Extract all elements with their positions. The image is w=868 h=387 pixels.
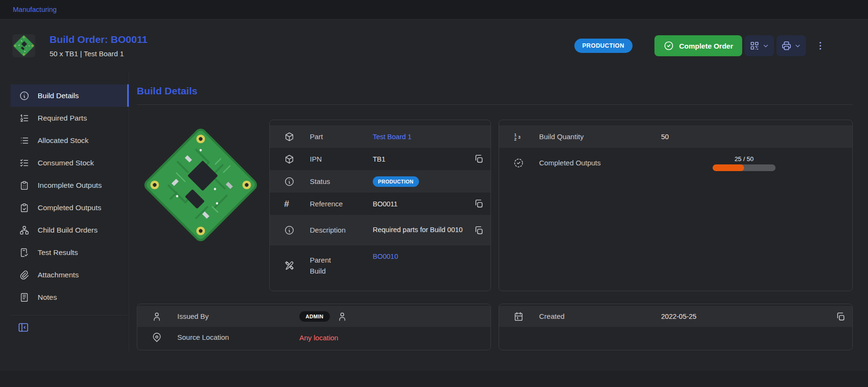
status-badge-small: PRODUCTION (373, 176, 419, 187)
box-icon (284, 154, 310, 164)
table-row: Completed Outputs 25 / 50 (499, 148, 852, 178)
status-badge: PRODUCTION (574, 39, 633, 53)
detail-label: Status (310, 176, 373, 187)
more-actions-button[interactable] (813, 39, 827, 53)
chevron-down-icon (794, 42, 801, 50)
svg-text:2: 2 (514, 136, 517, 141)
calendar-icon (513, 311, 539, 322)
part-thumbnail[interactable] (12, 34, 35, 57)
chevron-down-icon (762, 42, 769, 50)
dots-vertical-icon (815, 41, 826, 51)
sidebar-item-child-build-orders[interactable]: Child Build Orders (10, 219, 129, 241)
table-row: Source Location Any location (137, 327, 490, 348)
sidebar-item-label: Test Results (38, 248, 78, 257)
clipboard-list-icon (19, 180, 30, 191)
sidebar-item-required-parts[interactable]: Required Parts (10, 107, 129, 129)
table-row: Description Required parts for Build 001… (270, 215, 490, 245)
print-actions-button[interactable] (776, 35, 806, 56)
paperclip-icon (19, 270, 30, 280)
copy-button[interactable] (474, 225, 484, 235)
detail-label: Completed Outputs (539, 157, 661, 168)
pcb-thumbnail-image (12, 34, 35, 57)
copy-icon (474, 154, 484, 164)
sidebar-item-notes[interactable]: Notes (10, 286, 129, 308)
clipboard-check-icon (19, 203, 30, 213)
sidebar-item-label: Attachments (38, 271, 79, 279)
detail-label: Issued By (177, 311, 299, 322)
issue-panel: Issued By ADMIN Source Location (137, 304, 491, 350)
info-circle-icon (19, 91, 30, 101)
source-location-value: Any location (299, 334, 338, 342)
sidebar-item-completed-outputs[interactable]: Completed Outputs (10, 196, 129, 219)
page-header: Build Order: BO0011 50 x TB1 | Test Boar… (0, 20, 868, 72)
details-table: Part Test Board 1 IPN TB1 (269, 120, 491, 291)
copy-icon (474, 199, 484, 209)
sidebar-item-attachments[interactable]: Attachments (10, 264, 129, 286)
parent-build-link[interactable]: BO0010 (373, 253, 398, 260)
copy-button[interactable] (836, 312, 846, 322)
detail-label: Parent Build (310, 255, 373, 277)
sidebar-item-allocated-stock[interactable]: Allocated Stock (10, 129, 129, 152)
numbers-123-icon: 123 (513, 132, 539, 142)
breadcrumb-manufacturing[interactable]: Manufacturing (13, 6, 57, 13)
section-divider (137, 104, 853, 105)
qrcode-icon (749, 41, 760, 51)
description-value: Required parts for Build 0010 (373, 221, 463, 239)
circle-check-icon (664, 41, 674, 51)
detail-label: Build Quantity (539, 131, 661, 142)
ipn-value: TB1 (373, 155, 386, 163)
issued-by-badge: ADMIN (299, 311, 330, 322)
info-circle-icon (284, 225, 310, 235)
build-details-section: Part Test Board 1 IPN TB1 (137, 120, 491, 291)
table-row: IPN TB1 (270, 148, 490, 170)
quantity-panel: 123 Build Quantity 50 Completed Outputs (499, 120, 853, 291)
main-panel: Build Details Part (129, 72, 868, 351)
sidebar-item-label: Required Parts (38, 114, 87, 122)
detail-label: IPN (310, 153, 373, 164)
table-row: # Reference BO0011 (270, 193, 490, 215)
title-block: Build Order: BO0011 50 x TB1 | Test Boar… (50, 34, 147, 58)
list-icon (19, 135, 30, 146)
complete-order-button[interactable]: Complete Order (654, 35, 742, 56)
completed-outputs-progress: 25 / 50 (713, 155, 776, 171)
tools-icon (284, 260, 310, 271)
section-heading: Build Details (137, 85, 853, 97)
detail-label: Part (310, 131, 373, 142)
sidebar-item-label: Allocated Stock (38, 136, 89, 145)
panel-left-collapse-icon (18, 322, 29, 333)
progress-check-icon (513, 158, 539, 168)
detail-label: Source Location (177, 332, 299, 343)
copy-icon (474, 225, 484, 235)
hash-icon: # (284, 199, 310, 208)
sidebar-item-test-results[interactable]: Test Results (10, 241, 129, 264)
map-pin-icon (152, 332, 177, 343)
test-report-icon (19, 247, 30, 258)
copy-button[interactable] (474, 199, 484, 209)
progress-track (713, 164, 776, 171)
collapse-sidebar-button[interactable] (18, 322, 30, 333)
build-quantity-value: 50 (661, 133, 669, 141)
breadcrumb: Manufacturing (0, 0, 868, 20)
sidebar-item-build-details[interactable]: Build Details (10, 84, 129, 107)
svg-text:3: 3 (518, 134, 521, 139)
user-icon (152, 311, 177, 322)
progress-label: 25 / 50 (735, 155, 754, 163)
detail-label: Description (310, 224, 373, 235)
completed-outputs-progress-fill (713, 164, 744, 171)
header-actions: PRODUCTION Complete Order (574, 35, 827, 56)
part-link[interactable]: Test Board 1 (373, 133, 411, 141)
page-title: Build Order: BO0011 (50, 34, 147, 45)
barcode-actions-button[interactable] (745, 35, 774, 56)
complete-order-label: Complete Order (679, 42, 733, 50)
sidebar-divider (10, 315, 128, 316)
sidebar-item-incomplete-outputs[interactable]: Incomplete Outputs (10, 174, 129, 196)
sitemap-icon (19, 225, 30, 235)
user-icon (337, 311, 347, 322)
table-row: Parent Build BO0010 (270, 245, 490, 285)
created-panel: Created 2022-05-25 (499, 304, 853, 350)
sidebar-item-consumed-stock[interactable]: Consumed Stock (10, 152, 129, 174)
copy-button[interactable] (474, 154, 484, 164)
table-row: Issued By ADMIN (137, 306, 490, 327)
copy-icon (836, 312, 846, 322)
part-image[interactable] (137, 120, 265, 291)
